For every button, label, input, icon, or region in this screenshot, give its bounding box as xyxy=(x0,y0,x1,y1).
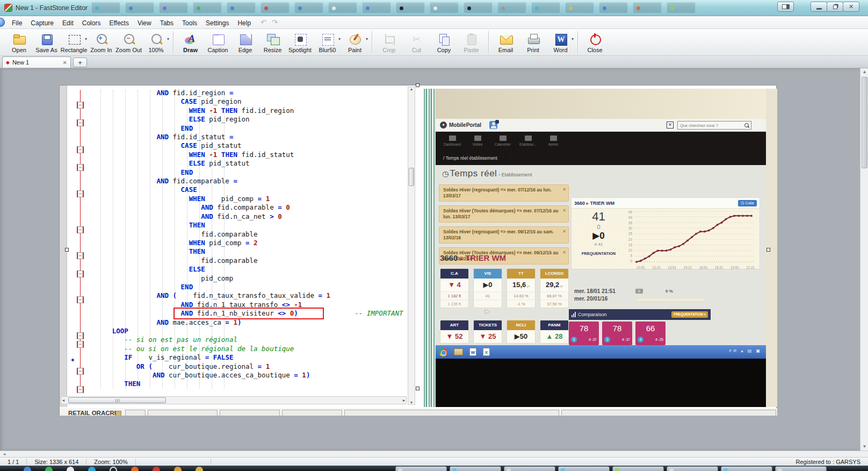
close-window-button[interactable]: ✕ xyxy=(843,2,859,12)
tab-new-1[interactable]: ◆ New 1 ✕ xyxy=(2,56,71,68)
save-as-button[interactable]: Save As xyxy=(33,29,60,55)
quick-launch-orb[interactable] xyxy=(0,18,5,27)
canvas-horizontal-scrollbar[interactable]: ◂ xyxy=(0,451,868,457)
fold-collapse-icon: − xyxy=(77,190,84,197)
cut-button[interactable]: Cut xyxy=(403,29,430,55)
open-icon xyxy=(12,33,26,46)
zoom-in-button[interactable]: + Zoom In xyxy=(88,29,115,55)
scroll-down-icon[interactable]: ▼ xyxy=(408,401,415,404)
portal-screen: ✦ MobilePortal ✕ Que cherchez vous ? Das… xyxy=(436,119,766,359)
spotlight-icon xyxy=(293,33,307,46)
taskbar-app-icon[interactable] xyxy=(24,467,31,471)
close-tab-icon[interactable]: ✕ xyxy=(63,60,67,66)
100-button[interactable]: 100% ▾ xyxy=(142,29,170,55)
draw-button[interactable]: Draw xyxy=(177,29,204,55)
zoom-out-button[interactable]: − Zoom Out xyxy=(115,29,142,55)
edge-button[interactable]: Edge xyxy=(232,29,259,55)
selection-handle-bottom[interactable] xyxy=(416,387,419,390)
page-indicator: 1 / 1 xyxy=(0,459,27,465)
taskbar-window-button[interactable] xyxy=(667,466,718,471)
print-icon xyxy=(526,33,540,46)
taskbar-window-button[interactable] xyxy=(775,466,827,471)
menu-item-colors[interactable]: Colors xyxy=(78,18,105,28)
scroll-thumb[interactable] xyxy=(862,77,867,168)
dropdown-arrow-icon: ▾ xyxy=(572,37,574,41)
scroll-left-icon[interactable]: ◂ xyxy=(62,397,64,404)
menu-item-tools[interactable]: Tools xyxy=(178,18,201,28)
menu-item-edit[interactable]: Edit xyxy=(58,18,78,28)
selection-handle-left[interactable] xyxy=(65,248,69,252)
print-button[interactable]: Print xyxy=(519,29,547,55)
taskbar-app-icon[interactable] xyxy=(45,467,53,471)
taskbar-window-button[interactable] xyxy=(504,466,555,471)
code-horizontal-scrollbar[interactable]: ◂ ▸ xyxy=(61,396,407,404)
scroll-thumb[interactable] xyxy=(68,397,166,403)
canvas-vertical-scrollbar[interactable]: ▲ ▼ xyxy=(860,68,868,451)
menu-item-tabs[interactable]: Tabs xyxy=(156,18,178,28)
taskbar-window-button[interactable] xyxy=(612,466,664,471)
code-vertical-scrollbar[interactable]: ▲ ▼ xyxy=(408,87,415,405)
selection-handle-right[interactable] xyxy=(766,248,770,252)
taskbar-app-icon[interactable] xyxy=(67,467,74,471)
taskbar-window-button[interactable] xyxy=(721,466,772,471)
code-screenshot-region: −−−−−−−−−−−−− AND fid.id_region = CASE p… xyxy=(60,85,417,407)
minimize-button[interactable] xyxy=(811,2,827,12)
panel-toggle-button[interactable] xyxy=(777,2,794,12)
edge-icon xyxy=(238,33,252,46)
menu-item-effects[interactable]: Effects xyxy=(105,18,133,28)
clock-icon: ◷ xyxy=(442,169,449,178)
blur50-button[interactable]: Blur50 ▾ xyxy=(314,29,341,55)
taskbar-window-button[interactable] xyxy=(558,466,610,471)
resize-button[interactable]: Resize xyxy=(259,29,286,55)
comparison-tile: 664# -25 xyxy=(635,322,666,345)
window-titlebar[interactable]: New 1 - FastStone Editor ✕ xyxy=(0,0,868,16)
scroll-up-icon[interactable]: ▲ xyxy=(860,68,868,76)
new-tab-button[interactable]: + xyxy=(73,58,87,67)
copy-button[interactable]: Copy xyxy=(430,29,458,55)
menu-item-settings[interactable]: Settings xyxy=(201,18,233,28)
count-chip: 0 xyxy=(635,289,643,294)
taskbar-window-button[interactable] xyxy=(450,466,501,471)
fold-collapse-icon: − xyxy=(77,296,84,303)
crop-button[interactable]: Crop xyxy=(375,29,403,55)
close-icon xyxy=(588,33,602,46)
dismiss-icon: ✕ xyxy=(562,208,566,213)
taskbar-app-icon[interactable] xyxy=(196,467,203,471)
scroll-up-icon[interactable]: ▲ xyxy=(408,87,415,91)
sql-code-text: AND fid.id_region = CASE pid_region WHEN… xyxy=(92,89,403,389)
selection-handle-top[interactable] xyxy=(416,83,419,87)
caption-button[interactable]: Caption xyxy=(204,29,232,55)
taskbar-app-icon[interactable] xyxy=(110,467,117,471)
taskbar-app-icon[interactable] xyxy=(131,467,139,471)
code-gutter xyxy=(60,85,67,407)
close-button[interactable]: Close xyxy=(581,29,609,55)
photo-dark-area xyxy=(436,359,766,407)
dropdown-arrow-icon: ▾ xyxy=(338,37,341,41)
scroll-right-icon[interactable]: ▸ xyxy=(403,397,405,404)
editor-canvas[interactable]: −−−−−−−−−−−−− AND fid.id_region = CASE p… xyxy=(0,68,868,451)
scroll-thumb[interactable] xyxy=(409,168,414,186)
taskbar-app-icon[interactable] xyxy=(153,467,160,471)
menu-item-help[interactable]: Help xyxy=(233,18,255,28)
maximize-button[interactable] xyxy=(827,2,843,12)
paste-icon xyxy=(465,33,479,46)
email-icon xyxy=(499,33,513,46)
menu-item-capture[interactable]: Capture xyxy=(26,18,58,28)
edited-image-canvas[interactable]: −−−−−−−−−−−−− AND fid.id_region = CASE p… xyxy=(59,85,777,415)
menu-item-view[interactable]: View xyxy=(133,18,156,28)
taskbar-app-icon[interactable] xyxy=(174,467,182,471)
email-button[interactable]: Email xyxy=(492,29,519,55)
scroll-down-icon[interactable]: ▼ xyxy=(860,443,868,451)
paste-button[interactable]: Paste xyxy=(458,29,485,55)
undo-redo-icons[interactable]: ↶↷ xyxy=(261,18,283,26)
paint-button[interactable]: Paint ▾ xyxy=(341,29,368,55)
menu-item-file[interactable]: File xyxy=(8,18,26,28)
word-doc-icon: W xyxy=(469,348,476,356)
taskbar-app-icon[interactable] xyxy=(88,467,96,471)
rectangle-button[interactable]: Rectangle ▾ xyxy=(60,29,88,55)
open-button[interactable]: Open xyxy=(5,29,33,55)
word-button[interactable]: Word ▾ xyxy=(547,29,574,55)
spotlight-button[interactable]: Spotlight xyxy=(286,29,314,55)
taskbar-window-button[interactable] xyxy=(395,466,447,471)
frequentation-chart: 10:5112:2113:5115:2116:5118:2119:5121:21 xyxy=(633,210,756,269)
